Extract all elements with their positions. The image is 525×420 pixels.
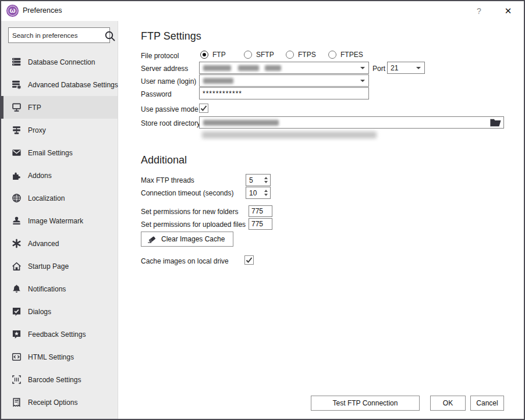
magnifier-icon[interactable] bbox=[104, 30, 116, 41]
sidebar-item-startup-page[interactable]: Startup Page bbox=[1, 255, 118, 277]
home-icon bbox=[12, 261, 22, 271]
sidebar-item-email-settings[interactable]: Email Settings bbox=[1, 141, 118, 164]
connection-timeout-stepper[interactable]: 10 bbox=[246, 187, 271, 199]
sidebar-item-label: Receipt Options bbox=[28, 398, 77, 407]
feedback-star-icon bbox=[12, 329, 22, 339]
sidebar-item-database-connection[interactable]: Database Connection bbox=[1, 51, 118, 73]
user-name-combobox[interactable] bbox=[199, 74, 369, 87]
sidebar-item-label: Advanced Database Settings bbox=[28, 81, 118, 89]
preferences-window: ω Preferences ? ✕ Database ConnectionAdv… bbox=[0, 0, 525, 420]
close-button[interactable]: ✕ bbox=[499, 3, 517, 19]
radio-ftpes[interactable]: FTPES bbox=[328, 51, 369, 59]
port-label: Port bbox=[373, 65, 385, 73]
checkmark-icon bbox=[246, 257, 253, 264]
password-label: Password bbox=[141, 90, 172, 98]
perm-uploaded-files-input[interactable] bbox=[249, 218, 272, 230]
spin-down-icon[interactable] bbox=[264, 194, 268, 196]
store-root-directory-input[interactable] bbox=[199, 116, 504, 129]
app-logo-icon: ω bbox=[6, 5, 19, 17]
database-connection-icon bbox=[12, 57, 22, 67]
sidebar-nav: Database ConnectionAdvanced Database Set… bbox=[1, 51, 118, 414]
connection-timeout-value: 10 bbox=[246, 189, 264, 197]
sidebar-item-notifications[interactable]: Notifications bbox=[1, 277, 118, 300]
sidebar-item-localization[interactable]: Localization bbox=[1, 187, 118, 209]
ok-button[interactable]: OK bbox=[430, 396, 466, 411]
sidebar-item-advanced-database-settings[interactable]: Advanced Database Settings bbox=[1, 73, 118, 96]
search-input[interactable] bbox=[9, 32, 104, 39]
globe-icon bbox=[12, 193, 22, 203]
browse-folder-button[interactable] bbox=[489, 118, 502, 127]
advanced-database-icon bbox=[12, 80, 22, 90]
ftp-settings-title: FTP Settings bbox=[141, 30, 201, 42]
spin-down-icon[interactable] bbox=[264, 181, 268, 183]
sidebar-item-ftp[interactable]: FTP bbox=[1, 96, 118, 119]
spin-up-icon[interactable] bbox=[264, 190, 268, 192]
proxy-icon bbox=[12, 125, 22, 135]
max-ftp-threads-stepper[interactable]: 5 bbox=[246, 174, 271, 186]
port-combobox[interactable]: 21 bbox=[387, 62, 425, 74]
window-title: Preferences bbox=[23, 6, 62, 15]
sidebar-item-feedback-settings[interactable]: Feedback Settings bbox=[1, 323, 118, 346]
ftp-monitor-icon bbox=[12, 102, 22, 112]
test-ftp-connection-button[interactable]: Test FTP Connection bbox=[311, 396, 420, 411]
sidebar-item-label: Startup Page bbox=[28, 262, 69, 270]
sidebar-item-dialogs[interactable]: Dialogs bbox=[1, 300, 118, 323]
sidebar-item-label: Image Watermark bbox=[28, 217, 83, 225]
sidebar-item-receipt-options[interactable]: Receipt Options bbox=[1, 391, 118, 414]
radio-label: SFTP bbox=[256, 51, 274, 59]
barcode-icon bbox=[12, 375, 22, 385]
use-passive-mode-checkbox[interactable] bbox=[199, 104, 208, 113]
radio-selected-icon[interactable] bbox=[200, 51, 208, 59]
bell-icon bbox=[12, 284, 22, 294]
receipt-icon bbox=[12, 397, 22, 407]
radio-ftp[interactable]: FTP bbox=[200, 51, 244, 59]
sidebar-item-barcode-settings[interactable]: Barcode Settings bbox=[1, 368, 118, 391]
perm-new-folders-label: Set permissions for new folders bbox=[141, 208, 238, 216]
cancel-button[interactable]: Cancel bbox=[470, 396, 504, 411]
max-ftp-threads-label: Max FTP threads bbox=[141, 176, 194, 184]
server-address-combobox[interactable] bbox=[199, 62, 369, 74]
cache-images-checkbox[interactable] bbox=[244, 255, 254, 265]
sidebar-item-label: Localization bbox=[28, 194, 65, 202]
radio-unselected-icon[interactable] bbox=[244, 51, 252, 59]
sidebar-item-addons[interactable]: Addons bbox=[1, 164, 118, 187]
radio-label: FTPES bbox=[340, 51, 363, 59]
radio-ftps[interactable]: FTPS bbox=[286, 51, 328, 59]
radio-sftp[interactable]: SFTP bbox=[244, 51, 286, 59]
connection-timeout-label: Connection timeout (seconds) bbox=[141, 189, 233, 197]
sidebar-item-label: Database Connection bbox=[28, 58, 95, 66]
sidebar-item-label: Advanced bbox=[28, 240, 59, 248]
clear-images-cache-button[interactable]: Clear Images Cache bbox=[141, 232, 233, 247]
perm-new-folders-input[interactable] bbox=[249, 205, 272, 217]
password-input[interactable] bbox=[200, 88, 368, 99]
chevron-down-icon[interactable] bbox=[416, 67, 421, 69]
chevron-down-icon[interactable] bbox=[360, 67, 365, 69]
user-name-label: User name (login) bbox=[141, 77, 196, 86]
help-button[interactable]: ? bbox=[471, 4, 487, 18]
sidebar-item-advanced[interactable]: Advanced bbox=[1, 232, 118, 255]
sidebar: Database ConnectionAdvanced Database Set… bbox=[1, 21, 118, 419]
chevron-down-icon[interactable] bbox=[360, 80, 365, 82]
additional-title: Additional bbox=[141, 154, 187, 166]
sidebar-item-label: Barcode Settings bbox=[28, 376, 81, 384]
sidebar-item-proxy[interactable]: Proxy bbox=[1, 119, 118, 141]
asterisk-icon bbox=[12, 239, 22, 248]
sidebar-item-label: Feedback Settings bbox=[28, 330, 86, 339]
sidebar-item-label: Proxy bbox=[28, 126, 46, 134]
sidebar-item-label: FTP bbox=[28, 104, 41, 112]
sidebar-item-label: HTML Settings bbox=[28, 353, 74, 361]
radio-unselected-icon[interactable] bbox=[328, 51, 336, 59]
sidebar-item-html-settings[interactable]: HTML Settings bbox=[1, 346, 118, 368]
main-panel: FTP Settings File protocol FTPSFTPFTPSFT… bbox=[119, 21, 524, 419]
redacted-help-text bbox=[202, 131, 377, 138]
search-box[interactable] bbox=[8, 27, 110, 43]
redacted-user-name bbox=[203, 78, 233, 84]
sidebar-item-image-watermark[interactable]: Image Watermark bbox=[1, 209, 118, 232]
redacted-store-root-path bbox=[203, 120, 279, 126]
max-ftp-threads-value: 5 bbox=[246, 176, 264, 184]
port-value: 21 bbox=[388, 64, 398, 72]
sidebar-item-label: Notifications bbox=[28, 285, 66, 293]
radio-unselected-icon[interactable] bbox=[286, 51, 294, 59]
spin-up-icon[interactable] bbox=[264, 177, 268, 179]
open-folder-icon bbox=[489, 116, 502, 129]
